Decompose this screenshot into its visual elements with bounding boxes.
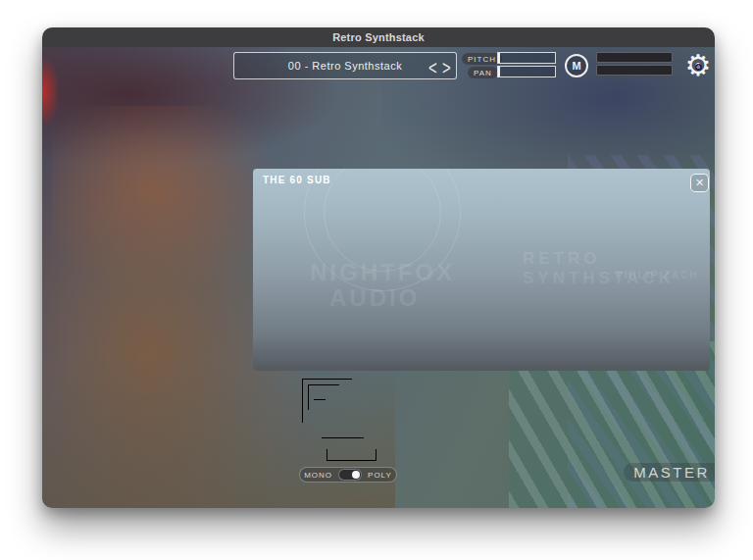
close-window-button[interactable] (88, 31, 99, 42)
envelope-connector-line (322, 437, 364, 438)
envelope-connector-line (302, 379, 352, 423)
watermark-brand-line1: NIGHTFOX (310, 259, 455, 286)
preset-prev-button[interactable]: < (428, 49, 437, 84)
watermark-brand-line2: AUDIO (329, 284, 420, 312)
zoom-window-button[interactable] (118, 31, 128, 42)
master-knob-label: MASTER (624, 463, 715, 482)
gear-center-dot (695, 64, 702, 71)
pitch-slider-handle[interactable] (498, 53, 500, 63)
preset-next-button[interactable]: > (442, 49, 451, 84)
output-meter-left (596, 52, 673, 63)
preset-selector[interactable]: 00 - Retro Synthstack < > (233, 52, 457, 79)
pan-slider[interactable] (497, 66, 556, 77)
layer-edit-panel: NIGHTFOX AUDIO RETRO SYNTHSTACK PHILIP Z… (253, 169, 710, 371)
voice-mode-toggle-group: MONO POLY (299, 467, 397, 483)
plugin-ui: 00 - Retro Synthstack < > PITCH PAN M ⚙ (42, 47, 715, 508)
minimize-window-button[interactable] (103, 31, 114, 42)
panel-title: THE 60 SUB (263, 175, 331, 185)
titlebar[interactable]: Retro Synthstack (42, 27, 715, 47)
pan-slider-handle[interactable] (498, 67, 500, 76)
mono-label: MONO (304, 471, 332, 480)
pan-label: PAN (468, 67, 498, 78)
watermark-title: RETRO SYNTHSTACK (523, 249, 710, 288)
master-mute-button[interactable]: M (565, 54, 588, 77)
panel-close-button[interactable]: ✕ (690, 174, 709, 192)
poly-label: POLY (368, 471, 392, 480)
mono-poly-toggle[interactable] (338, 469, 362, 481)
app-window: Retro Synthstack 00 - Retro Synthstack <… (42, 27, 715, 508)
pitch-label: PITCH (462, 53, 502, 65)
output-meter-right (596, 65, 673, 76)
window-title: Retro Synthstack (332, 31, 425, 43)
pitch-slider[interactable] (497, 52, 556, 64)
toggle-knob[interactable] (352, 471, 360, 479)
watermark-subtitle: PHILIP ZACH (616, 270, 699, 280)
envelope-connector-line (326, 449, 376, 461)
preset-name: 00 - Retro Synthstack (288, 60, 402, 72)
settings-gear-icon[interactable]: ⚙ (681, 48, 715, 83)
background-art (42, 59, 58, 124)
background-art (52, 106, 277, 292)
